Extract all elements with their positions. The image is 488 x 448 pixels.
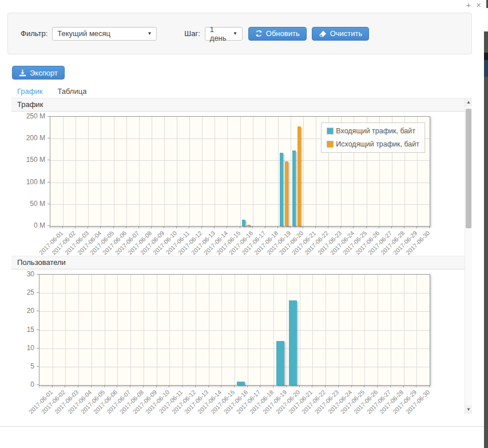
x-tick-mark xyxy=(312,385,312,387)
y-tick-label: 50 M xyxy=(17,199,45,208)
gridline xyxy=(164,117,165,226)
x-tick-mark xyxy=(156,385,157,387)
clear-button[interactable]: Очистить xyxy=(312,27,370,41)
bar xyxy=(276,341,284,385)
x-tick-mark xyxy=(78,385,78,387)
bar xyxy=(297,126,301,226)
x-tick-mark xyxy=(169,385,169,387)
x-tick-mark xyxy=(91,385,92,387)
y-tick-mark xyxy=(37,274,39,275)
x-tick-mark xyxy=(299,385,300,387)
scroll-up-button[interactable]: ▲ xyxy=(465,98,472,106)
background-window-edge xyxy=(484,60,488,77)
gridline xyxy=(253,117,253,226)
step-select[interactable]: 1 день ▼ xyxy=(205,27,243,41)
plot-area: Входящий трафик, байтИсходящий трафик, б… xyxy=(50,116,430,227)
gridline xyxy=(221,275,222,385)
gridline xyxy=(416,275,417,385)
export-button-label: Экспорт xyxy=(30,69,58,77)
refresh-icon xyxy=(255,30,263,37)
y-tick-label: 200 M xyxy=(17,133,45,142)
filter-select[interactable]: Текущий месяц ▼ xyxy=(52,27,157,41)
y-tick-label: 0 xyxy=(6,380,34,389)
bar xyxy=(289,300,297,385)
gridline xyxy=(169,275,170,385)
x-tick-mark xyxy=(201,226,202,228)
y-tick-label: 15 xyxy=(6,325,34,334)
x-tick-mark xyxy=(429,226,430,228)
x-tick-mark xyxy=(390,385,391,387)
bar xyxy=(247,225,251,226)
plot-area xyxy=(39,274,430,386)
gridline xyxy=(215,117,215,226)
y-tick-mark xyxy=(37,292,39,293)
gridline xyxy=(209,275,209,385)
gridline xyxy=(76,117,76,226)
x-tick-mark xyxy=(273,385,273,387)
gridline xyxy=(196,275,196,385)
x-tick-mark xyxy=(252,226,253,228)
x-tick-mark xyxy=(52,385,53,387)
x-tick-mark xyxy=(260,385,260,387)
gridline xyxy=(78,275,79,385)
scroll-down-button[interactable]: ▼ xyxy=(465,405,472,414)
x-tick-mark xyxy=(88,226,88,228)
x-tick-mark xyxy=(75,226,76,228)
gridline xyxy=(88,117,89,226)
x-tick-mark xyxy=(189,226,189,228)
close-icon[interactable]: × xyxy=(476,1,481,9)
x-tick-mark xyxy=(366,226,367,228)
gridline xyxy=(312,275,313,385)
y-tick-mark xyxy=(47,204,50,204)
gridline xyxy=(300,275,300,385)
x-tick-mark xyxy=(164,226,164,228)
y-tick-label: 0 M xyxy=(17,221,45,230)
refresh-button[interactable]: Обновить xyxy=(248,27,307,41)
traffic-chart: Входящий трафик, байтИсходящий трафик, б… xyxy=(11,112,465,256)
gridline xyxy=(227,117,228,226)
chevron-down-icon: ▼ xyxy=(233,31,237,36)
x-tick-mark xyxy=(403,385,404,387)
y-tick-label: 20 xyxy=(6,306,34,315)
y-tick-mark xyxy=(37,311,39,311)
x-tick-mark xyxy=(50,226,50,228)
bar xyxy=(242,220,245,226)
bar xyxy=(292,150,296,226)
x-tick-mark xyxy=(176,226,177,228)
x-tick-mark xyxy=(416,226,417,228)
step-select-value: 1 день xyxy=(210,25,227,42)
add-icon[interactable]: + xyxy=(466,1,471,9)
x-tick-mark xyxy=(303,226,303,228)
traffic-statistics-screen: + × Фильтр: Текущий месяц ▼ Шаг: 1 день … xyxy=(0,0,488,448)
export-button[interactable]: Экспорт xyxy=(12,66,65,80)
x-tick-mark xyxy=(265,226,265,228)
gridline xyxy=(114,117,114,226)
x-tick-mark xyxy=(340,226,341,228)
x-tick-mark xyxy=(208,385,209,387)
gridline xyxy=(364,275,365,385)
y-tick-mark xyxy=(37,366,39,367)
x-tick-mark xyxy=(182,385,182,387)
x-tick-mark xyxy=(195,385,196,387)
download-icon xyxy=(19,69,26,77)
gridline xyxy=(278,117,279,226)
gridline xyxy=(391,275,391,385)
scrollbar-thumb[interactable] xyxy=(466,109,471,228)
gridline xyxy=(404,275,404,385)
vertical-scrollbar[interactable]: ▲ ▼ xyxy=(465,98,472,414)
x-tick-mark xyxy=(138,226,139,228)
filter-select-value: Текущий месяц xyxy=(57,29,110,38)
y-tick-label: 10 xyxy=(6,343,34,352)
y-tick-mark xyxy=(47,182,50,183)
scroll-down-icon: ▼ xyxy=(466,407,471,412)
x-tick-mark xyxy=(429,385,430,387)
refresh-button-label: Обновить xyxy=(266,29,300,38)
x-tick-mark xyxy=(62,226,63,228)
gridline xyxy=(291,117,291,226)
gridline xyxy=(235,275,235,385)
x-tick-mark xyxy=(416,385,416,387)
x-tick-mark xyxy=(286,385,287,387)
x-tick-mark xyxy=(277,226,278,228)
x-tick-mark xyxy=(117,385,117,387)
chart-legend: Входящий трафик, байтИсходящий трафик, б… xyxy=(321,122,425,153)
